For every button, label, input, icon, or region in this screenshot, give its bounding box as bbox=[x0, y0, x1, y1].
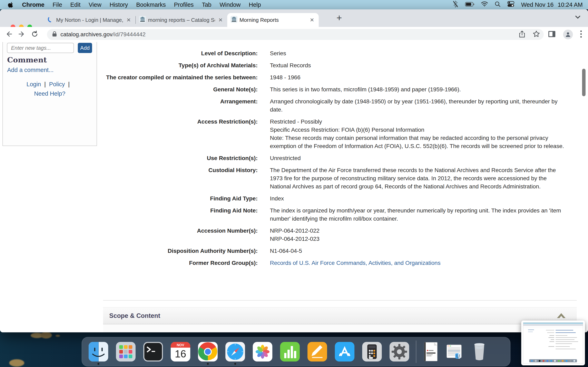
new-tab-button[interactable]: + bbox=[337, 13, 342, 22]
battery-icon[interactable] bbox=[465, 1, 475, 8]
dock-item-settings[interactable] bbox=[389, 342, 409, 361]
menu-item-file[interactable]: File bbox=[53, 1, 62, 8]
tab-1[interactable]: My Norton - Login | Manage, D✕ bbox=[44, 13, 135, 27]
scope-content-section-header[interactable]: Scope & Content bbox=[103, 307, 577, 324]
bluetooth-off-icon[interactable] bbox=[452, 1, 458, 9]
tab-close-icon[interactable]: ✕ bbox=[125, 17, 132, 23]
tab-close-icon[interactable]: ✕ bbox=[309, 17, 315, 23]
screenshot-preview-content bbox=[523, 322, 583, 364]
collapse-chevron-up-icon[interactable] bbox=[556, 312, 566, 321]
menu-item-help[interactable]: Help bbox=[249, 1, 261, 8]
bookmark-star-icon[interactable] bbox=[533, 30, 540, 39]
field-value: Textual Records bbox=[270, 61, 311, 69]
menu-item-chrome[interactable]: Chrome bbox=[22, 1, 44, 8]
tab-close-icon[interactable]: ✕ bbox=[217, 17, 224, 23]
dock-item-launchpad[interactable] bbox=[116, 342, 136, 361]
dock-item-appstore[interactable] bbox=[335, 342, 355, 361]
forward-button[interactable] bbox=[18, 31, 25, 38]
running-indicator-dot bbox=[234, 363, 236, 365]
add-tag-button[interactable]: Add bbox=[78, 43, 92, 53]
back-button[interactable] bbox=[5, 31, 12, 38]
document-icon bbox=[423, 342, 439, 361]
chrome-menu-icon[interactable] bbox=[580, 30, 582, 39]
lock-icon[interactable] bbox=[52, 31, 57, 38]
detail-row: Arrangement:Arranged chronologically by … bbox=[103, 98, 577, 114]
need-help-link[interactable]: Need Help? bbox=[34, 90, 65, 97]
side-panel-icon[interactable] bbox=[548, 30, 556, 39]
menu-bar-clock[interactable]: Wed Nov 16 10:24 AM bbox=[521, 1, 583, 8]
menu-bar-status: Wed Nov 16 10:24 AM bbox=[452, 0, 583, 9]
detail-row: Type(s) of Archival Materials:Textual Re… bbox=[103, 61, 577, 69]
tag-input[interactable] bbox=[7, 43, 74, 53]
tab-title: morning reports – Catalog Sea bbox=[148, 17, 215, 23]
field-value-line: Index bbox=[270, 194, 284, 203]
menu-item-window[interactable]: Window bbox=[219, 1, 241, 8]
appstore-icon bbox=[335, 342, 355, 361]
policy-link[interactable]: Policy bbox=[49, 81, 65, 87]
dock-item-numbers[interactable] bbox=[280, 342, 300, 361]
field-label: Type(s) of Archival Materials: bbox=[103, 61, 258, 69]
field-value-line: Note: These records may contain personal… bbox=[270, 134, 566, 150]
chrome-icon bbox=[198, 342, 218, 361]
field-value-line: Textual Records bbox=[270, 61, 311, 69]
field-value-line: Series bbox=[270, 49, 286, 58]
tab-search-chevron-icon[interactable] bbox=[574, 15, 581, 20]
dock-item-document[interactable] bbox=[423, 342, 439, 361]
tab-3[interactable]: Morning Reports✕ bbox=[227, 13, 319, 27]
field-value-line: The index is organized by month/year or … bbox=[270, 207, 566, 223]
profile-avatar[interactable] bbox=[563, 30, 573, 39]
safari-icon bbox=[225, 342, 245, 361]
dock-item-safari[interactable] bbox=[225, 342, 245, 361]
settings-icon bbox=[389, 342, 409, 361]
address-bar[interactable]: catalog.archives.gov/id/79444442 bbox=[47, 29, 544, 40]
detail-row: General Note(s):This series is in two fo… bbox=[103, 85, 577, 94]
trash-icon bbox=[470, 342, 489, 361]
login-link[interactable]: Login bbox=[26, 81, 41, 87]
field-value-line: The Department of the Air Force transfer… bbox=[270, 166, 566, 191]
menu-item-edit[interactable]: Edit bbox=[70, 1, 80, 8]
detail-row: Disposition Authority Number(s):N1-064-0… bbox=[103, 247, 577, 255]
dock-item-trash[interactable] bbox=[470, 342, 489, 361]
share-icon[interactable] bbox=[519, 30, 525, 39]
tab-2[interactable]: morning reports – Catalog Sea✕ bbox=[136, 13, 227, 27]
field-value-line: Arranged chronologically by date (1948-1… bbox=[270, 98, 566, 114]
link-divider: | bbox=[44, 81, 46, 87]
field-value-line: Specific Access Restriction: FOIA (b)(6)… bbox=[270, 126, 566, 134]
field-label: Arrangement: bbox=[103, 98, 258, 114]
menu-item-profiles[interactable]: Profiles bbox=[174, 1, 194, 8]
menu-items: ChromeFileEditViewHistoryBookmarksProfil… bbox=[22, 1, 261, 8]
reload-button[interactable] bbox=[31, 30, 38, 39]
dock-item-minimized-window[interactable] bbox=[446, 342, 462, 361]
add-comment-link[interactable]: Add a comment... bbox=[7, 67, 53, 73]
field-value: 1948 - 1966 bbox=[270, 73, 300, 82]
tab-title: My Norton - Login | Manage, D bbox=[56, 17, 123, 23]
dock-item-finder[interactable] bbox=[89, 342, 108, 361]
field-label: Finding Aid Type: bbox=[103, 194, 258, 203]
dock-item-pages[interactable] bbox=[307, 342, 327, 361]
field-value-line: NRP-064-2012-023 bbox=[270, 235, 320, 243]
field-value-line: N1-064-04-5 bbox=[270, 247, 302, 255]
macos-menu-bar: ChromeFileEditViewHistoryBookmarksProfil… bbox=[0, 0, 588, 9]
svg-text:16: 16 bbox=[175, 348, 186, 360]
dock-item-photos[interactable] bbox=[253, 342, 272, 361]
dock-item-chrome[interactable] bbox=[198, 342, 218, 361]
vertical-scrollbar-thumb[interactable] bbox=[582, 69, 586, 96]
screenshot-preview[interactable] bbox=[521, 320, 585, 365]
panel-links: Login|Policy| Need Help? bbox=[3, 80, 96, 98]
running-indicator-dot bbox=[98, 363, 99, 365]
field-value: The index is organized by month/year or … bbox=[270, 207, 566, 223]
dock-item-terminal[interactable] bbox=[143, 342, 163, 361]
menu-item-history[interactable]: History bbox=[110, 1, 128, 8]
former-record-group-link[interactable]: Records of U.S. Air Force Commands, Acti… bbox=[270, 259, 441, 267]
screenshot-preview-dock bbox=[529, 359, 577, 362]
spotlight-icon[interactable] bbox=[494, 1, 501, 8]
menu-item-view[interactable]: View bbox=[89, 1, 101, 8]
dock-item-calendar[interactable]: NOV16 bbox=[171, 342, 190, 361]
control-center-icon[interactable] bbox=[507, 1, 515, 8]
apple-menu-icon[interactable] bbox=[8, 2, 14, 8]
menu-item-tab[interactable]: Tab bbox=[202, 1, 212, 8]
field-value: Index bbox=[270, 194, 284, 203]
wifi-icon[interactable] bbox=[481, 1, 488, 8]
dock-item-calculator[interactable] bbox=[362, 342, 382, 361]
menu-item-bookmarks[interactable]: Bookmarks bbox=[136, 1, 166, 8]
